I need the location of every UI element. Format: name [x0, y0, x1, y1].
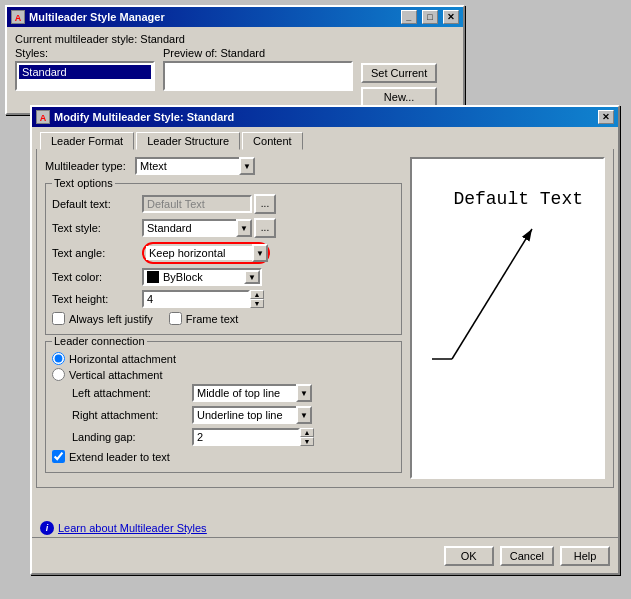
landing-gap-decrement-button[interactable]: ▼ [300, 437, 314, 446]
always-left-justify-checkbox[interactable] [52, 312, 65, 325]
left-attachment-dropdown-wrap: Middle of top line Middle of bottom line… [192, 384, 312, 402]
preview-area [163, 61, 353, 91]
text-angle-dropdown-wrap: Keep horizontal Right-reading As inserte… [142, 242, 270, 264]
help-button[interactable]: Help [560, 546, 610, 566]
modify-window-title: Modify Multileader Style: Standard [54, 111, 234, 123]
text-angle-dropdown[interactable]: Keep horizontal Right-reading As inserte… [146, 246, 266, 260]
left-attachment-dropdown[interactable]: Middle of top line Middle of bottom line… [192, 384, 312, 402]
set-current-button[interactable]: Set Current [361, 63, 437, 83]
right-attachment-dropdown[interactable]: Underline top line Middle of top line Mi… [192, 406, 312, 424]
multileader-type-dropdown[interactable]: Mtext Block None [135, 157, 255, 175]
right-attachment-label: Right attachment: [72, 409, 192, 421]
text-style-label: Text style: [52, 222, 142, 234]
current-style-label: Current multileader style: [15, 33, 137, 45]
preview-default-text: Default Text [453, 189, 583, 209]
cancel-button[interactable]: Cancel [500, 546, 554, 566]
info-icon: i [40, 521, 54, 535]
text-height-decrement-button[interactable]: ▼ [250, 299, 264, 308]
tab-leader-structure[interactable]: Leader Structure [136, 132, 240, 150]
main-titlebar: A Multileader Style Manager _ □ ✕ [7, 7, 463, 27]
styles-list-item[interactable]: Standard [19, 65, 151, 79]
text-color-label: Text color: [52, 271, 142, 283]
text-color-value: ByBlock [163, 271, 203, 283]
left-attachment-label: Left attachment: [72, 387, 192, 399]
landing-gap-input[interactable] [192, 428, 300, 446]
modify-window: A Modify Multileader Style: Standard ✕ L… [30, 105, 620, 575]
landing-gap-increment-button[interactable]: ▲ [300, 428, 314, 437]
text-style-dropdown[interactable]: Standard Annotative [142, 219, 252, 237]
styles-label: Styles: [15, 47, 155, 59]
vertical-attachment-label: Vertical attachment [69, 369, 163, 381]
minimize-button[interactable]: _ [401, 10, 417, 24]
always-left-justify-label: Always left justify [69, 313, 153, 325]
ok-button[interactable]: OK [444, 546, 494, 566]
modify-app-icon: A [36, 110, 50, 124]
landing-gap-spinner-buttons: ▲ ▼ [300, 428, 314, 446]
app-icon: A [11, 10, 25, 24]
landing-gap-label: Landing gap: [72, 431, 192, 443]
frame-text-checkbox[interactable] [169, 312, 182, 325]
horizontal-attachment-label: Horizontal attachment [69, 353, 176, 365]
always-left-justify-row: Always left justify [52, 312, 153, 325]
main-window: A Multileader Style Manager _ □ ✕ Curren… [5, 5, 465, 115]
vertical-attachment-row: Vertical attachment [52, 368, 395, 381]
preview-panel: Default Text [410, 157, 605, 479]
text-color-dropdown-wrap: ByBlock ▼ [142, 268, 262, 286]
multileader-type-dropdown-wrap: Mtext Block None ▼ [135, 157, 255, 175]
text-color-dropdown-arrow: ▼ [244, 270, 260, 284]
right-attachment-dropdown-wrap: Underline top line Middle of top line Mi… [192, 406, 312, 424]
tab-content-area: Multileader type: Mtext Block None ▼ Tex… [36, 149, 614, 488]
left-panel: Multileader type: Mtext Block None ▼ Tex… [45, 157, 402, 479]
frame-text-label: Frame text [186, 313, 239, 325]
text-height-label: Text height: [52, 293, 142, 305]
bottom-bar: OK Cancel Help [32, 537, 618, 573]
extend-leader-checkbox[interactable] [52, 450, 65, 463]
modify-titlebar: A Modify Multileader Style: Standard ✕ [32, 107, 618, 127]
text-style-dropdown-wrap: Standard Annotative ▼ [142, 219, 252, 237]
extend-leader-label: Extend leader to text [69, 451, 170, 463]
text-color-swatch [147, 271, 159, 283]
text-height-spinner-buttons: ▲ ▼ [250, 290, 264, 308]
maximize-button[interactable]: □ [422, 10, 438, 24]
horizontal-attachment-row: Horizontal attachment [52, 352, 395, 365]
close-button[interactable]: ✕ [443, 10, 459, 24]
text-height-spinner: ▲ ▼ [142, 290, 264, 308]
preview-label: Preview of: Standard [163, 47, 353, 59]
styles-listbox[interactable]: Standard [15, 61, 155, 91]
text-angle-label: Text angle: [52, 247, 142, 259]
tab-content[interactable]: Content [242, 132, 303, 150]
vertical-attachment-radio[interactable] [52, 368, 65, 381]
new-button[interactable]: New... [361, 87, 437, 107]
default-text-browse-button[interactable]: ... [254, 194, 276, 214]
tabs-bar: Leader Format Leader Structure Content [40, 131, 618, 149]
horizontal-attachment-radio[interactable] [52, 352, 65, 365]
text-style-browse-button[interactable]: ... [254, 218, 276, 238]
frame-text-row: Frame text [169, 312, 239, 325]
svg-line-0 [452, 229, 532, 359]
learn-link[interactable]: Learn about Multileader Styles [58, 522, 207, 534]
current-style-value: Standard [140, 33, 185, 45]
tab-leader-format[interactable]: Leader Format [40, 132, 134, 150]
text-height-input[interactable] [142, 290, 250, 308]
landing-gap-spinner: ▲ ▼ [192, 428, 314, 446]
default-text-input[interactable] [142, 195, 252, 213]
text-options-title: Text options [52, 177, 115, 189]
text-options-group: Text options Default text: ... Text styl… [45, 183, 402, 335]
extend-leader-row: Extend leader to text [52, 450, 395, 463]
multileader-type-label: Multileader type: [45, 160, 135, 172]
main-window-title: Multileader Style Manager [29, 11, 165, 23]
modify-close-button[interactable]: ✕ [598, 110, 614, 124]
leader-connection-title: Leader connection [52, 335, 147, 347]
learn-link-row: i Learn about Multileader Styles [40, 521, 207, 535]
leader-connection-group: Leader connection Horizontal attachment … [45, 341, 402, 473]
text-height-increment-button[interactable]: ▲ [250, 290, 264, 299]
default-text-label: Default text: [52, 198, 142, 210]
